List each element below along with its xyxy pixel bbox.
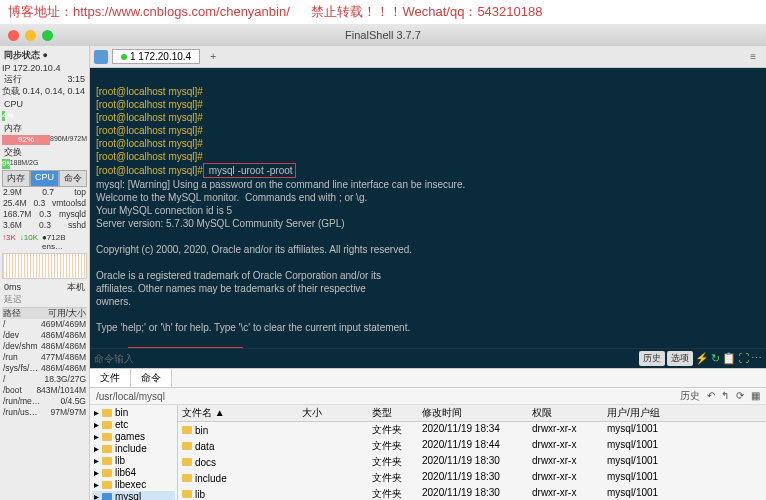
path-toolbar: 历史 ↶ ↰ ⟳ ▦	[676, 389, 760, 403]
warning-text: 禁止转载！！！	[311, 4, 402, 19]
table-row[interactable]: data文件夹2020/11/19 18:44drwxr-xr-xmysql/1…	[178, 438, 766, 454]
header-banner: 博客地址：https://www.cnblogs.com/chenyanbin/…	[0, 0, 766, 24]
disk-row: /dev/shm486M/486M	[2, 341, 87, 352]
tab-files[interactable]: 文件	[90, 369, 131, 387]
tree-item[interactable]: ▸games	[92, 431, 175, 443]
status-dot-icon	[121, 54, 127, 60]
bottom-tabs: 文件 命令	[90, 369, 766, 388]
command-input[interactable]: 命令输入	[94, 352, 134, 365]
load-row: 负载 0.14, 0.14, 0.14	[2, 85, 87, 98]
traffic-lights	[0, 30, 53, 41]
history-button[interactable]: 历史	[639, 351, 665, 366]
minimize-icon[interactable]	[25, 30, 36, 41]
tree-item[interactable]: ▸mysql	[92, 491, 175, 500]
tree-item[interactable]: ▸etc	[92, 419, 175, 431]
file-table[interactable]: 文件名 ▲大小类型修改时间权限用户/用户组 bin文件夹2020/11/19 1…	[178, 405, 766, 500]
disk-row: /dev486M/486M	[2, 330, 87, 341]
swap-label: 交换	[4, 146, 22, 158]
terminal-output: mysql: [Warning] Using a password on the…	[96, 179, 465, 333]
disk-row: /run477M/486M	[2, 352, 87, 363]
current-path[interactable]: /usr/local/mysql	[96, 391, 165, 402]
tab-commands[interactable]: 命令	[131, 369, 172, 387]
tree-item[interactable]: ▸lib64	[92, 467, 175, 479]
sync-status: 同步状态 ●	[2, 48, 87, 63]
table-row[interactable]: docs文件夹2020/11/19 18:30drwxr-xr-xmysql/1…	[178, 454, 766, 470]
contact-label: Wechat/qq：	[402, 4, 477, 19]
terminal-footer: 命令输入 历史 选项 ⚡ ↻ 📋 ⛶ ⋯	[90, 348, 766, 368]
table-header: 文件名 ▲大小类型修改时间权限用户/用户组	[178, 405, 766, 422]
up-icon[interactable]: ↰	[721, 390, 729, 401]
disk-row: /18.3G/27G	[2, 374, 87, 385]
proc-header: 内存CPU命令	[2, 170, 87, 187]
terminal-prompts: [root@localhost mysql]# [root@localhost …	[96, 86, 203, 162]
options-button[interactable]: 选项	[667, 351, 693, 366]
disk-row: /469M/469M	[2, 319, 87, 330]
bottom-panel: 文件 命令 /usr/local/mysql 历史 ↶ ↰ ⟳ ▦ ▸bin▸e…	[90, 368, 766, 500]
table-row[interactable]: include文件夹2020/11/19 18:30drwxr-xr-xmysq…	[178, 470, 766, 486]
disk-row: /run/us…97M/97M	[2, 407, 87, 418]
table-row[interactable]: lib文件夹2020/11/19 18:30drwxr-xr-xmysql/10…	[178, 486, 766, 500]
ip-label: IP 172.20.10.4	[2, 63, 87, 73]
close-icon[interactable]	[8, 30, 19, 41]
grid-icon[interactable]: ▦	[751, 390, 760, 401]
contact-value: 543210188	[477, 4, 542, 19]
mem-bar: 92%890M/972M	[2, 135, 87, 145]
process-row: 2.9M0.7top	[2, 187, 87, 198]
expand-icon[interactable]: ⛶	[738, 352, 749, 365]
tree-item[interactable]: ▸lib	[92, 455, 175, 467]
uptime-label: 运行	[4, 73, 22, 85]
session-tab[interactable]: 1 172.20.10.4	[112, 49, 200, 64]
cpu-bar: 4%	[2, 111, 87, 121]
menu-icon[interactable]: ≡	[744, 51, 762, 62]
window-title-bar: FinalShell 3.7.7	[0, 24, 766, 46]
disk-row: /run/me…0/4.5G	[2, 396, 87, 407]
process-row: 25.4M0.3vmtoolsd	[2, 198, 87, 209]
disk-row: /sys/fs/…486M/486M	[2, 363, 87, 374]
tree-item[interactable]: ▸bin	[92, 407, 175, 419]
tree-item[interactable]: ▸libexec	[92, 479, 175, 491]
more-icon[interactable]: ⋯	[751, 352, 762, 365]
refresh-icon[interactable]: ⟳	[736, 390, 744, 401]
swap-bar: 9%188M/2G	[2, 159, 87, 169]
add-tab-button[interactable]: +	[204, 51, 222, 62]
window-title: FinalShell 3.7.7	[345, 29, 421, 41]
back-icon[interactable]: ↶	[707, 390, 715, 401]
mem-label: 内存	[4, 122, 22, 134]
paste-icon[interactable]: 📋	[722, 352, 736, 365]
blog-label: 博客地址：	[8, 4, 73, 19]
process-row: 3.6M0.3sshd	[2, 220, 87, 231]
disk-row: /boot843M/1014M	[2, 385, 87, 396]
tree-item[interactable]: ▸include	[92, 443, 175, 455]
sidebar-panel: 同步状态 ● IP 172.20.10.4 运行3:15 负载 0.14, 0.…	[0, 46, 90, 500]
cpu-label: CPU	[4, 98, 23, 110]
blog-url: https://www.cnblogs.com/chenyanbin/	[73, 4, 290, 19]
folder-tree[interactable]: ▸bin▸etc▸games▸include▸lib▸lib64▸libexec…	[90, 405, 178, 500]
highlighted-command-1: mysql -uroot -proot	[203, 163, 296, 178]
network-sparkline	[2, 253, 87, 279]
session-tabs: 1 172.20.10.4 + ≡	[90, 46, 766, 68]
refresh-icon[interactable]: ↻	[711, 352, 720, 365]
table-row[interactable]: bin文件夹2020/11/19 18:34drwxr-xr-xmysql/10…	[178, 422, 766, 438]
uptime-value: 3:15	[67, 73, 85, 85]
folder-icon[interactable]	[94, 50, 108, 64]
history-label[interactable]: 历史	[680, 390, 700, 401]
net-row: ↑3K↓10K●712B ens…	[2, 233, 87, 251]
bolt-icon[interactable]: ⚡	[695, 352, 709, 365]
terminal[interactable]: [root@localhost mysql]# [root@localhost …	[90, 68, 766, 368]
process-row: 168.7M0.3mysqld	[2, 209, 87, 220]
maximize-icon[interactable]	[42, 30, 53, 41]
